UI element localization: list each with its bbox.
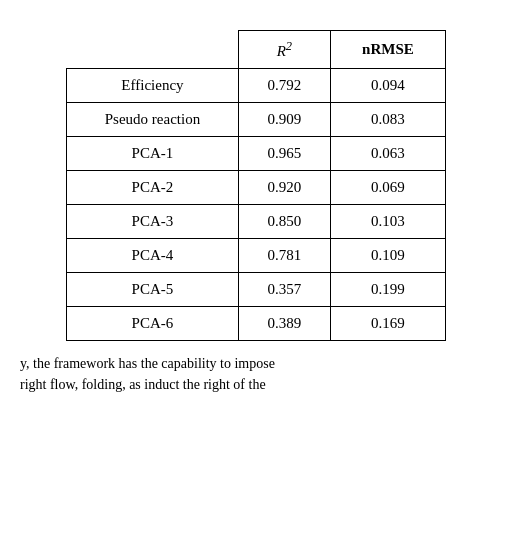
table-row: PCA-10.9650.063 [67, 137, 446, 171]
row-r2: 0.781 [238, 239, 330, 273]
row-label: PCA-2 [67, 171, 239, 205]
row-nrmse: 0.199 [330, 273, 445, 307]
table-container: R2 nRMSE Efficiency0.7920.094Pseudo reac… [20, 30, 492, 341]
table-row: PCA-20.9200.069 [67, 171, 446, 205]
footer-line1: y, the framework has the capability to i… [20, 356, 275, 371]
row-nrmse: 0.109 [330, 239, 445, 273]
row-label: PCA-3 [67, 205, 239, 239]
row-label: PCA-5 [67, 273, 239, 307]
table-row: PCA-30.8500.103 [67, 205, 446, 239]
table-row: Efficiency0.7920.094 [67, 69, 446, 103]
table-row: PCA-60.3890.169 [67, 307, 446, 341]
row-r2: 0.920 [238, 171, 330, 205]
row-r2: 0.909 [238, 103, 330, 137]
header-nrmse: nRMSE [330, 31, 445, 69]
row-r2: 0.357 [238, 273, 330, 307]
row-nrmse: 0.103 [330, 205, 445, 239]
header-empty [67, 31, 239, 69]
row-nrmse: 0.063 [330, 137, 445, 171]
table-row: Pseudo reaction0.9090.083 [67, 103, 446, 137]
row-nrmse: 0.083 [330, 103, 445, 137]
row-label: Efficiency [67, 69, 239, 103]
table-row: PCA-40.7810.109 [67, 239, 446, 273]
row-r2: 0.389 [238, 307, 330, 341]
row-label: PCA-6 [67, 307, 239, 341]
results-table: R2 nRMSE Efficiency0.7920.094Pseudo reac… [66, 30, 446, 341]
footer-line2: right flow, folding, as induct the right… [20, 377, 266, 392]
row-r2: 0.792 [238, 69, 330, 103]
row-nrmse: 0.069 [330, 171, 445, 205]
row-label: PCA-1 [67, 137, 239, 171]
header-r2: R2 [238, 31, 330, 69]
row-r2: 0.850 [238, 205, 330, 239]
row-r2: 0.965 [238, 137, 330, 171]
footer-text: y, the framework has the capability to i… [20, 353, 492, 395]
row-label: PCA-4 [67, 239, 239, 273]
table-row: PCA-50.3570.199 [67, 273, 446, 307]
row-label: Pseudo reaction [67, 103, 239, 137]
row-nrmse: 0.169 [330, 307, 445, 341]
row-nrmse: 0.094 [330, 69, 445, 103]
